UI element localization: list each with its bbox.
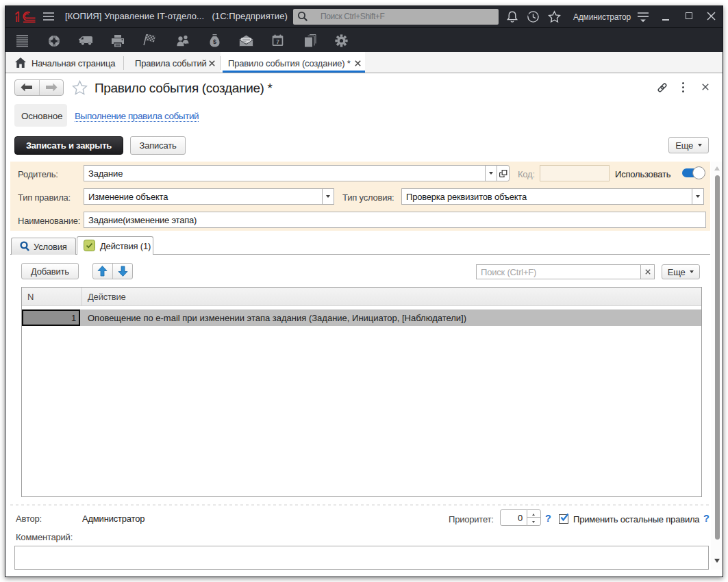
svg-text:$: $ [213, 38, 216, 45]
svg-text:7: 7 [276, 38, 279, 45]
